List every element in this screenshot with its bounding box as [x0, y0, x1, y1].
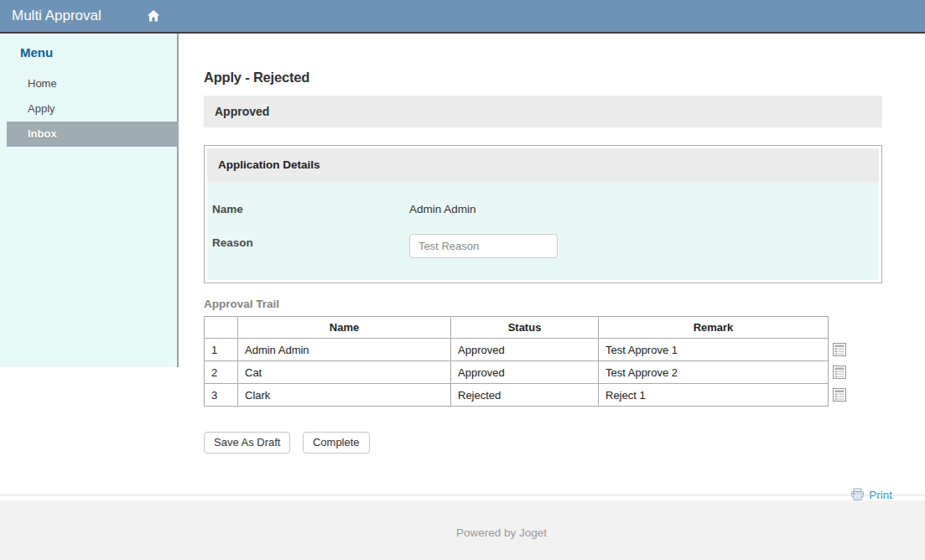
table-row: 2 Cat Approved Test Approve 2 [205, 361, 829, 384]
field-row-reason: Reason [212, 234, 874, 258]
panel-title: Application Details [207, 148, 879, 182]
page-title: Apply - Rejected [204, 70, 882, 86]
cell-index: 2 [205, 361, 238, 384]
sidebar-menu: Home Apply Inbox [0, 71, 177, 147]
app-title: Multi Approval [12, 0, 101, 32]
col-header-name: Name [238, 317, 451, 339]
main-content: Apply - Rejected Approved Application De… [179, 34, 925, 500]
approval-trail-table: Name Status Remark 1 Admin Admin Approve… [204, 316, 829, 407]
save-as-draft-button[interactable]: Save As Draft [204, 432, 290, 454]
row-detail-icon[interactable] [833, 388, 846, 402]
application-details-panel: Application Details Name Admin Admin Rea… [204, 145, 882, 283]
cell-remark: Reject 1 [599, 384, 829, 407]
field-row-name: Name Admin Admin [212, 200, 874, 215]
cell-remark: Test Approve 1 [599, 339, 829, 361]
footer-divider [0, 495, 925, 495]
home-icon[interactable] [147, 9, 160, 23]
status-section-header: Approved [204, 96, 882, 127]
row-action-icons [833, 316, 846, 411]
table-row: 1 Admin Admin Approved Test Approve 1 [205, 339, 829, 361]
table-header-row: Name Status Remark [205, 317, 829, 339]
cell-status: Rejected [451, 384, 599, 407]
cell-index: 1 [205, 339, 238, 361]
reason-label: Reason [212, 234, 409, 249]
reason-input[interactable] [409, 234, 558, 258]
cell-remark: Test Approve 2 [599, 361, 829, 384]
sidebar-item-apply[interactable]: Apply [0, 96, 177, 122]
name-label: Name [212, 200, 409, 215]
sidebar-menu-heading: Menu [20, 45, 177, 60]
powered-by-text: Powered by Joget [179, 500, 824, 539]
sidebar: Menu Home Apply Inbox [0, 34, 177, 367]
col-header-status: Status [451, 317, 599, 339]
row-detail-icon[interactable] [833, 366, 846, 379]
cell-status: Approved [451, 339, 599, 361]
sidebar-item-home[interactable]: Home [0, 71, 177, 96]
cell-status: Approved [451, 361, 599, 384]
complete-button[interactable]: Complete [303, 432, 370, 454]
approval-trail-label: Approval Trail [204, 298, 882, 310]
cell-name: Clark [238, 384, 451, 407]
top-nav: Multi Approval [0, 0, 925, 34]
cell-name: Cat [238, 361, 451, 384]
col-header-index [205, 317, 238, 339]
table-row: 3 Clark Rejected Reject 1 [205, 384, 829, 407]
cell-index: 3 [205, 384, 238, 407]
name-value: Admin Admin [409, 200, 476, 215]
cell-name: Admin Admin [238, 339, 451, 361]
approval-trail-grid: Name Status Remark 1 Admin Admin Approve… [204, 316, 882, 411]
footer: Powered by Joget [0, 500, 925, 560]
form-actions: Save As Draft Complete [204, 432, 882, 454]
sidebar-item-inbox[interactable]: Inbox [7, 122, 179, 147]
panel-body: Name Admin Admin Reason [207, 182, 879, 280]
col-header-remark: Remark [599, 317, 829, 339]
row-detail-icon[interactable] [833, 343, 846, 356]
